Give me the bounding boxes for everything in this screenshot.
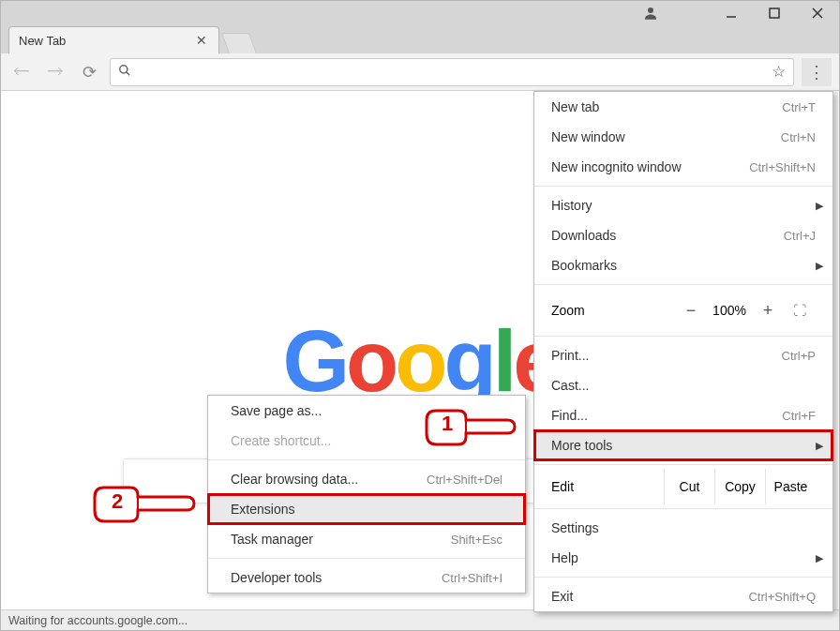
- status-bar: Waiting for accounts.google.com...: [1, 609, 839, 630]
- forward-button[interactable]: 🡒: [42, 59, 68, 85]
- new-tab-button[interactable]: [221, 33, 257, 53]
- svg-point-5: [120, 66, 128, 73]
- menu-separator: [534, 186, 832, 187]
- chrome-menu-button[interactable]: ⋮: [802, 58, 832, 86]
- edit-copy-button[interactable]: Copy: [714, 469, 765, 504]
- toolbar: 🡐 🡒 ⟳ ☆ ⋮: [1, 53, 839, 91]
- browser-tab[interactable]: New Tab ✕: [8, 26, 219, 53]
- menu-item-find[interactable]: Find... Ctrl+F: [534, 400, 832, 430]
- menu-separator: [208, 558, 525, 559]
- svg-rect-2: [770, 8, 779, 18]
- menu-item-settings[interactable]: Settings: [534, 513, 832, 543]
- menu-separator: [534, 336, 832, 337]
- omnibox[interactable]: ☆: [110, 58, 794, 86]
- chevron-right-icon: ▶: [816, 260, 823, 272]
- menu-separator: [534, 284, 832, 285]
- menu-item-more-tools[interactable]: More tools ▶: [534, 430, 832, 460]
- zoom-in-button[interactable]: +: [752, 301, 784, 321]
- menu-item-bookmarks[interactable]: Bookmarks ▶: [534, 250, 832, 280]
- chevron-right-icon: ▶: [816, 440, 823, 452]
- reload-button[interactable]: ⟳: [76, 59, 102, 85]
- zoom-value: 100%: [707, 303, 752, 318]
- chevron-right-icon: ▶: [816, 552, 823, 564]
- edit-paste-button[interactable]: Paste: [765, 469, 816, 504]
- submenu-item-task-manager[interactable]: Task manager Shift+Esc: [208, 524, 525, 554]
- menu-item-new-incognito[interactable]: New incognito window Ctrl+Shift+N: [534, 152, 832, 182]
- window-minimize-button[interactable]: [710, 1, 753, 25]
- more-tools-submenu: Save page as... Create shortcut... Clear…: [207, 395, 526, 593]
- menu-item-print[interactable]: Print... Ctrl+P: [534, 340, 832, 370]
- zoom-out-button[interactable]: −: [675, 301, 707, 321]
- window-close-button[interactable]: [796, 1, 839, 25]
- menu-separator: [534, 464, 832, 465]
- submenu-item-create-shortcut: Create shortcut...: [208, 426, 525, 456]
- search-icon: [118, 64, 131, 80]
- svg-line-6: [127, 72, 130, 76]
- svg-point-0: [648, 8, 653, 13]
- bookmark-star-icon[interactable]: ☆: [772, 62, 786, 82]
- menu-item-zoom: Zoom − 100% + ⛶: [534, 289, 832, 332]
- menu-item-new-tab[interactable]: New tab Ctrl+T: [534, 92, 832, 122]
- submenu-item-developer-tools[interactable]: Developer tools Ctrl+Shift+I: [208, 563, 525, 593]
- chrome-window: New Tab ✕ 🡐 🡒 ⟳ ☆ ⋮ Gmail Google New: [0, 0, 840, 631]
- menu-item-edit: Edit Cut Copy Paste: [534, 469, 832, 504]
- chrome-main-menu: New tab Ctrl+T New window Ctrl+N New inc…: [533, 91, 833, 612]
- submenu-item-save-page-as[interactable]: Save page as...: [208, 396, 525, 426]
- window-maximize-button[interactable]: [753, 1, 796, 25]
- menu-item-new-window[interactable]: New window Ctrl+N: [534, 122, 832, 152]
- tab-close-icon[interactable]: ✕: [194, 33, 209, 48]
- fullscreen-icon[interactable]: ⛶: [784, 303, 816, 318]
- edit-cut-button[interactable]: Cut: [664, 469, 714, 504]
- back-button[interactable]: 🡐: [8, 59, 35, 85]
- menu-item-help[interactable]: Help ▶: [534, 543, 832, 573]
- menu-item-exit[interactable]: Exit Ctrl+Shift+Q: [534, 581, 832, 611]
- menu-item-downloads[interactable]: Downloads Ctrl+J: [534, 220, 832, 250]
- profile-icon[interactable]: [629, 1, 672, 25]
- menu-item-cast[interactable]: Cast...: [534, 370, 832, 400]
- menu-separator: [534, 577, 832, 578]
- chevron-right-icon: ▶: [816, 200, 823, 212]
- window-titlebar: [1, 1, 839, 25]
- submenu-item-clear-browsing-data[interactable]: Clear browsing data... Ctrl+Shift+Del: [208, 464, 525, 494]
- tab-strip: New Tab ✕: [1, 25, 839, 53]
- menu-item-history[interactable]: History ▶: [534, 190, 832, 220]
- status-text: Waiting for accounts.google.com...: [8, 614, 188, 627]
- tab-title: New Tab: [19, 34, 194, 48]
- menu-separator: [208, 459, 525, 460]
- submenu-item-extensions[interactable]: Extensions: [208, 494, 525, 524]
- menu-separator: [534, 508, 832, 509]
